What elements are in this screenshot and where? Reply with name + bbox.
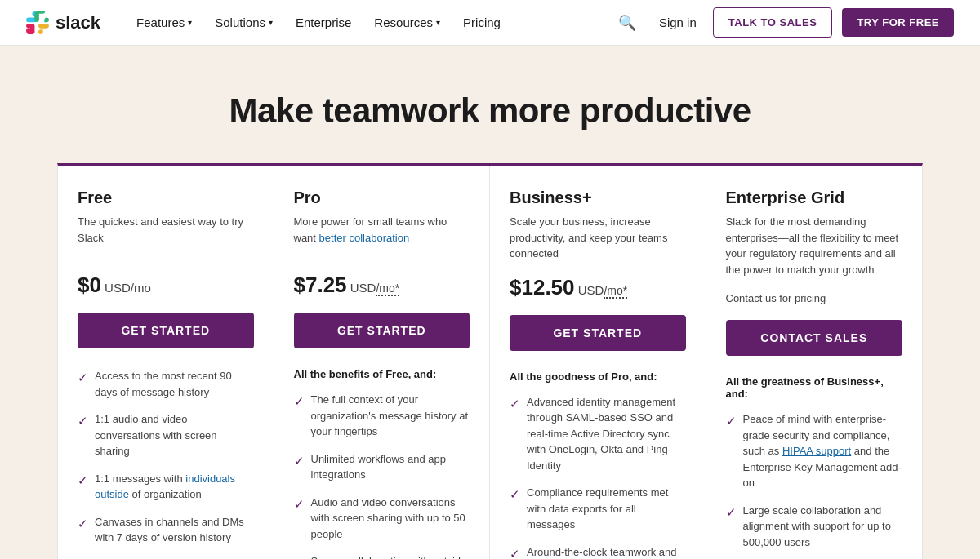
nav-enterprise[interactable]: Enterprise	[286, 9, 361, 36]
check-icon: ✓	[726, 504, 737, 522]
plan-price-enterprise-grid: Contact us for pricing	[726, 291, 903, 305]
nav-solutions[interactable]: Solutions ▾	[205, 9, 283, 36]
chevron-down-icon: ▾	[436, 18, 440, 27]
list-item: ✓Peace of mind with enterprise-grade sec…	[726, 411, 903, 491]
sign-in-link[interactable]: Sign in	[653, 9, 703, 36]
check-icon: ✓	[78, 369, 88, 388]
chevron-down-icon: ▾	[269, 18, 273, 27]
check-icon: ✓	[726, 412, 737, 431]
check-icon: ✓	[78, 472, 88, 490]
check-icon: ✓	[510, 486, 520, 504]
features-header-business-plus: All the goodness of Pro, and:	[510, 370, 686, 383]
list-item: ✓Advanced identity management through SA…	[510, 394, 686, 474]
check-icon: ✓	[510, 395, 520, 414]
list-item: ✓Around-the-clock teamwork and assistanc…	[510, 544, 686, 560]
check-icon: ✓	[510, 545, 520, 560]
plan-price-business-plus: $12.50 USD/mo*	[510, 275, 686, 300]
list-item: ✓Canvases in channels and DMs with 7 day…	[78, 514, 254, 546]
plan-desc-business-plus: Scale your business, increase productivi…	[510, 214, 686, 262]
list-item: ✓Secure collaboration with outside organ…	[294, 553, 470, 559]
logo[interactable]: slack	[26, 11, 100, 34]
list-item: ✓Audio and video conversations with scre…	[294, 495, 470, 543]
slack-logo-icon	[26, 11, 49, 34]
try-for-free-button[interactable]: TRY FOR FREE	[842, 8, 954, 37]
list-item: ✓The full context of your organization's…	[294, 392, 470, 440]
check-icon: ✓	[294, 393, 305, 411]
plan-desc-pro: More power for small teams who want bett…	[294, 214, 470, 260]
plan-business-plus: Business+Scale your business, increase p…	[490, 166, 706, 559]
plan-price-free: $0 USD/mo	[78, 273, 254, 298]
plan-name-pro: Pro	[294, 189, 470, 207]
nav-actions: 🔍 Sign in TALK TO SALES TRY FOR FREE	[612, 7, 954, 38]
feature-list-business-plus: ✓Advanced identity management through SA…	[510, 394, 686, 560]
plan-name-free: Free	[78, 189, 254, 207]
plan-desc-free: The quickest and easiest way to try Slac…	[78, 214, 254, 260]
hero-section: Make teamwork more productive	[0, 46, 980, 163]
plan-pro: ProMore power for small teams who want b…	[274, 166, 491, 559]
check-icon: ✓	[294, 554, 305, 559]
chevron-down-icon: ▾	[188, 18, 192, 27]
pricing-table: FreeThe quickest and easiest way to try …	[57, 163, 923, 559]
features-header-enterprise-grid: All the greatness of Business+, and:	[726, 375, 903, 400]
plan-free: FreeThe quickest and easiest way to try …	[58, 166, 274, 559]
check-icon: ✓	[294, 495, 305, 514]
check-icon: ✓	[78, 412, 88, 431]
talk-to-sales-button[interactable]: TALK TO SALES	[713, 7, 833, 38]
pricing-section-wrapper: FreeThe quickest and easiest way to try …	[0, 163, 980, 559]
check-icon: ✓	[294, 452, 305, 471]
plan-name-business-plus: Business+	[510, 189, 686, 207]
list-item: ✓Compliance requirements met with data e…	[510, 485, 686, 533]
features-header-pro: All the benefits of Free, and:	[294, 368, 470, 380]
plan-cta-free[interactable]: GET STARTED	[78, 313, 254, 348]
list-item: ✓Access to the most recent 90 days of me…	[78, 368, 254, 400]
feature-list-pro: ✓The full context of your organization's…	[294, 392, 470, 559]
list-item: ✓Large scale collaboration and alignment…	[726, 503, 903, 551]
logo-text: slack	[56, 12, 100, 33]
list-item: ✓1:1 audio and video conversations with …	[78, 411, 254, 459]
check-icon: ✓	[78, 515, 88, 534]
search-button[interactable]: 🔍	[612, 11, 643, 35]
plan-name-enterprise-grid: Enterprise Grid	[726, 189, 903, 207]
nav-features[interactable]: Features ▾	[127, 9, 202, 36]
nav-pricing[interactable]: Pricing	[453, 9, 510, 36]
plan-price-pro: $7.25 USD/mo*	[294, 273, 470, 298]
plan-enterprise-grid: Enterprise GridSlack for the most demand…	[706, 166, 923, 559]
hero-title: Make teamwork more productive	[26, 91, 954, 131]
plan-cta-business-plus[interactable]: GET STARTED	[510, 315, 686, 351]
list-item: ✓Unlimited workflows and app integration…	[294, 451, 470, 483]
navigation: slack Features ▾ Solutions ▾ Enterprise …	[0, 0, 980, 46]
plan-cta-enterprise-grid[interactable]: CONTACT SALES	[726, 320, 903, 356]
feature-list-free: ✓Access to the most recent 90 days of me…	[78, 368, 254, 546]
plan-cta-pro[interactable]: GET STARTED	[294, 313, 470, 348]
nav-links: Features ▾ Solutions ▾ Enterprise Resour…	[127, 9, 612, 36]
plan-desc-enterprise-grid: Slack for the most demanding enterprises…	[726, 214, 903, 277]
feature-list-enterprise-grid: ✓Peace of mind with enterprise-grade sec…	[726, 411, 903, 559]
list-item: ✓1:1 messages with individuals outside o…	[78, 471, 254, 503]
nav-resources[interactable]: Resources ▾	[364, 9, 450, 36]
